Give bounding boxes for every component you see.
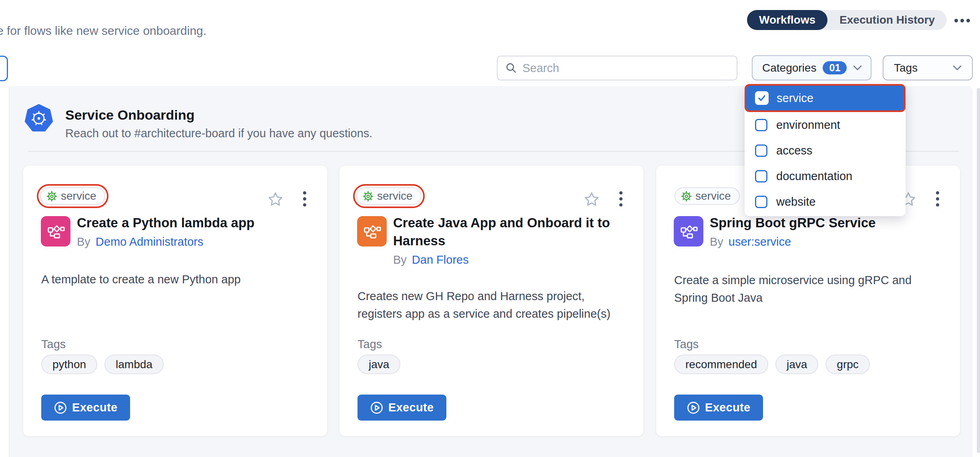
tag-chip: lambda — [104, 355, 164, 374]
tag-chip: java — [357, 355, 400, 374]
checkbox-icon[interactable] — [755, 196, 767, 208]
annotation-ring: service — [37, 184, 108, 208]
favorite-star-icon[interactable] — [584, 192, 599, 208]
category-chip-label: service — [61, 190, 96, 202]
tags-section-label: Tags — [357, 338, 382, 351]
checkbox-icon[interactable] — [755, 170, 767, 182]
dropdown-item-access[interactable]: access — [745, 138, 906, 163]
gear-icon — [363, 191, 374, 202]
chevron-down-icon — [953, 65, 962, 71]
checkbox-checked-icon[interactable] — [755, 91, 769, 105]
tag-row: java — [357, 355, 400, 374]
card-description: A template to create a new Python app — [41, 271, 305, 288]
clipped-left-button[interactable] — [0, 56, 8, 81]
kebab-menu-icon[interactable] — [617, 191, 625, 206]
workflow-card: service Create Java App and Onboard it t… — [339, 166, 643, 436]
dropdown-item-label: documentation — [776, 170, 852, 183]
tag-chip: grpc — [825, 355, 870, 374]
section-title: Service Onboarding — [65, 107, 195, 123]
kebab-menu-icon[interactable] — [301, 191, 309, 206]
tags-label: Tags — [894, 62, 918, 74]
dropdown-item-label: service — [777, 92, 813, 105]
category-chip: service — [356, 187, 422, 205]
play-circle-icon — [370, 401, 383, 414]
annotation-ring: service — [353, 184, 425, 208]
categories-count-badge: 01 — [823, 61, 847, 74]
by-label: By — [77, 235, 90, 249]
categories-filter-button[interactable]: Categories 01 — [752, 55, 872, 80]
view-toggle: Workflows Execution History — [747, 10, 947, 30]
execute-label: Execute — [388, 401, 434, 414]
categories-label: Categories — [762, 62, 816, 74]
category-chip: service — [40, 187, 105, 205]
favorite-star-icon[interactable] — [268, 192, 283, 208]
dropdown-item-environment[interactable]: environment — [745, 112, 906, 138]
checkbox-icon[interactable] — [755, 119, 767, 131]
author-link[interactable]: user:service — [729, 235, 791, 249]
tags-section-label: Tags — [41, 338, 66, 351]
author-link[interactable]: Demo Administrators — [96, 235, 203, 249]
tags-filter-button[interactable]: Tags — [883, 55, 973, 80]
dropdown-item-label: environment — [776, 118, 840, 132]
tag-chip: python — [41, 355, 97, 374]
search-box — [497, 56, 737, 80]
dropdown-item-label: website — [776, 195, 815, 208]
workflow-card: service Create a Python lambda app By De… — [23, 166, 327, 436]
tag-chip: recommended — [674, 355, 768, 374]
by-label: By — [393, 253, 407, 267]
play-circle-icon — [54, 401, 67, 414]
byline: By Dan Flores — [393, 253, 628, 267]
page-intro-text: e for flows like new service onboarding. — [0, 24, 207, 38]
tag-row: recommended java grpc — [674, 355, 870, 374]
dropdown-item-service[interactable]: service — [745, 84, 906, 112]
dropdown-item-documentation[interactable]: documentation — [745, 163, 906, 189]
search-icon — [506, 62, 517, 74]
dropdown-item-website[interactable]: website — [745, 189, 906, 214]
checkbox-icon[interactable] — [755, 144, 767, 157]
card-description: Creates new GH Repo and Harness project,… — [357, 287, 622, 323]
card-title: Spring Boot gRPC Service — [710, 214, 944, 232]
template-icon — [41, 216, 70, 247]
category-chip: service — [675, 187, 740, 205]
template-icon — [674, 216, 703, 247]
execute-button[interactable]: Execute — [357, 395, 446, 421]
category-chip-label: service — [377, 190, 413, 202]
categories-dropdown-panel: service environment access documentation… — [745, 84, 906, 216]
card-description: Create a simple microservice using gRPC … — [674, 271, 938, 307]
gear-icon — [46, 191, 57, 202]
tag-row: python lambda — [41, 355, 164, 374]
template-icon — [357, 216, 387, 247]
execute-label: Execute — [705, 401, 750, 414]
byline: By Demo Administrators — [77, 235, 311, 249]
tab-workflows[interactable]: Workflows — [747, 10, 827, 30]
execute-label: Execute — [72, 401, 117, 414]
execute-button[interactable]: Execute — [41, 395, 130, 421]
card-title: Create a Python lambda app — [77, 214, 311, 232]
chevron-down-icon — [853, 65, 862, 71]
author-link[interactable]: Dan Flores — [412, 253, 469, 267]
gear-icon — [681, 191, 692, 202]
tab-execution-history[interactable]: Execution History — [827, 10, 947, 30]
by-label: By — [710, 235, 723, 249]
play-circle-icon — [687, 401, 700, 414]
dropdown-item-label: access — [776, 144, 812, 157]
kebab-menu-icon[interactable] — [934, 191, 942, 206]
section-subtitle: Reach out to #architecture-board if you … — [65, 127, 372, 140]
search-input[interactable] — [522, 62, 729, 75]
tags-section-label: Tags — [674, 338, 699, 351]
category-chip-label: service — [695, 190, 731, 202]
byline: By user:service — [710, 235, 944, 249]
card-title: Create Java App and Onboard it to Harnes… — [393, 214, 628, 250]
tag-chip: java — [775, 355, 818, 374]
vertical-scrollbar[interactable] — [977, 88, 980, 453]
more-menu-icon[interactable] — [954, 16, 972, 25]
kubernetes-icon — [25, 104, 53, 134]
execute-button[interactable]: Execute — [674, 395, 763, 421]
